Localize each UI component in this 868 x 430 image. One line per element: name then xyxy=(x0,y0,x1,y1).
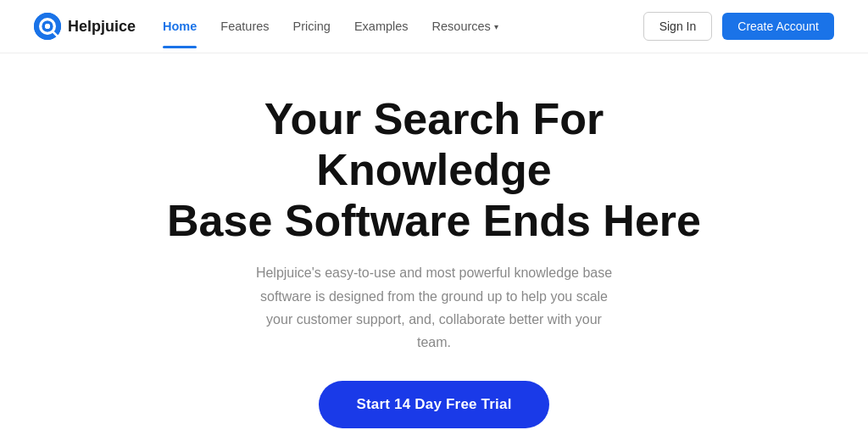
logo-icon xyxy=(34,13,61,40)
navbar: Helpjuice Home Features Pricing Examples… xyxy=(0,0,868,53)
hero-subtext: Helpjuice's easy-to-use and most powerfu… xyxy=(248,261,620,354)
logo[interactable]: Helpjuice xyxy=(34,13,136,40)
hero-headline: Your Search For Knowledge Base Software … xyxy=(154,94,714,246)
logo-text: Helpjuice xyxy=(68,18,136,36)
chevron-down-icon: ▾ xyxy=(494,22,498,31)
nav-pricing[interactable]: Pricing xyxy=(293,20,331,33)
nav-links: Home Features Pricing Examples Resources… xyxy=(163,20,498,33)
svg-point-2 xyxy=(45,24,50,29)
nav-left: Helpjuice Home Features Pricing Examples… xyxy=(34,13,498,40)
hero-section: Your Search For Knowledge Base Software … xyxy=(0,53,868,430)
nav-examples[interactable]: Examples xyxy=(354,20,409,33)
nav-features[interactable]: Features xyxy=(220,20,269,33)
create-account-button[interactable]: Create Account xyxy=(722,13,834,40)
svg-point-1 xyxy=(41,20,54,33)
nav-right: Sign In Create Account xyxy=(643,12,834,41)
signin-button[interactable]: Sign In xyxy=(643,12,713,41)
nav-home[interactable]: Home xyxy=(163,20,197,33)
trial-cta-button[interactable]: Start 14 Day Free Trial xyxy=(319,381,548,428)
nav-resources[interactable]: Resources ▾ xyxy=(432,20,498,33)
